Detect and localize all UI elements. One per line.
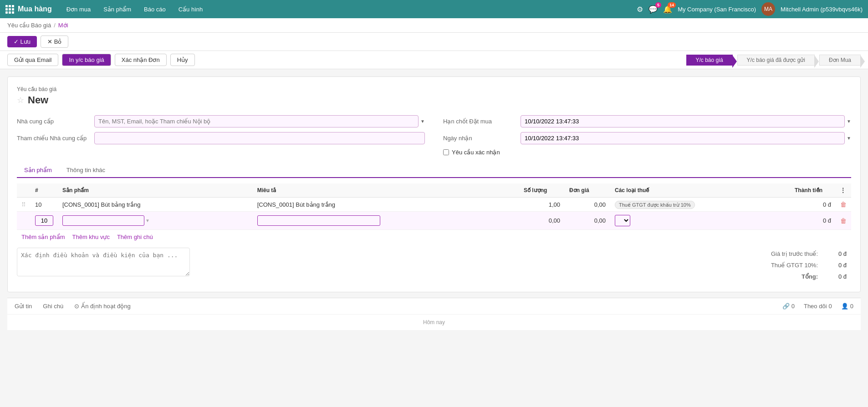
new-row-seq[interactable] xyxy=(31,212,58,230)
new-row-handle xyxy=(17,212,31,230)
app-brand[interactable]: Mua hàng xyxy=(5,5,52,14)
new-seq-input[interactable] xyxy=(35,215,53,226)
user-avatar[interactable]: MA xyxy=(761,2,775,16)
today-label: Hôm nay xyxy=(423,319,445,326)
company-name[interactable]: My Company (San Francisco) xyxy=(678,6,756,13)
cancel-button[interactable]: Hủy xyxy=(170,54,195,66)
ref-label: Tham chiếu Nhà cung cấp xyxy=(17,135,94,142)
chatter-right: 🔗 0 Theo dõi 0 👤 0 xyxy=(782,303,853,310)
step-yc-bao-gia[interactable]: Y/c báo giá xyxy=(686,55,733,66)
col-handle xyxy=(17,183,31,198)
add-note-link[interactable]: Thêm ghi chú xyxy=(117,234,153,240)
row-delete[interactable]: 🗑 xyxy=(836,198,851,212)
delete-icon: 🗑 xyxy=(840,201,847,208)
row-qty: 1,00 xyxy=(519,198,565,212)
user-name[interactable]: Mitchell Admin (p539vbqvs46k) xyxy=(781,6,863,13)
breadcrumb: Yêu cầu Báo giá / Mới xyxy=(0,18,868,33)
confirm-checkbox[interactable] xyxy=(443,149,449,155)
tab-products[interactable]: Sản phẩm xyxy=(17,163,59,178)
step-yc-bao-gia-gui[interactable]: Y/c báo giá đã được gửi xyxy=(737,55,815,66)
row-product[interactable]: [CONS_0001] Bút bảng trắng xyxy=(58,198,253,212)
new-row-total: 0 đ xyxy=(790,212,836,230)
form-title: New xyxy=(28,94,48,106)
chat-icon[interactable]: 💬 5 xyxy=(648,5,658,14)
nav-bao-cao[interactable]: Báo cáo xyxy=(138,3,171,15)
summary-section: Giá trị trước thuế: 0 đ Thuế GTGT 10%: 0… xyxy=(724,248,851,283)
row-tax: Thuế GTGT được khấu trừ 10% xyxy=(610,198,790,212)
new-tax-select[interactable] xyxy=(615,215,630,226)
new-row-desc[interactable] xyxy=(253,212,519,230)
breadcrumb-parent[interactable]: Yêu cầu Báo giá xyxy=(7,22,51,29)
breadcrumb-sep: / xyxy=(54,22,56,29)
row-desc: [CONS_0001] Bút bảng trắng xyxy=(253,198,519,212)
tab-other[interactable]: Thông tin khác xyxy=(59,163,112,178)
chatter-bar: Gửi tin Ghi chú ⊙ Ấn định hoạt động 🔗 0 … xyxy=(7,298,861,314)
send-message-btn[interactable]: Gửi tin xyxy=(15,303,32,310)
summary-total-row: Tổng: 0 đ xyxy=(725,271,850,282)
print-button[interactable]: In y/c báo giá xyxy=(62,54,111,66)
followers-icon: 👤 xyxy=(841,303,848,310)
add-section-link[interactable]: Thêm khu vực xyxy=(72,234,109,240)
discard-button[interactable]: ✕ Bỏ xyxy=(41,36,68,48)
confirm-button[interactable]: Xác nhận Đơn xyxy=(115,54,167,66)
new-desc-input[interactable] xyxy=(257,215,380,226)
col-desc: Miêu tả xyxy=(253,183,519,198)
chain-stat: 🔗 0 xyxy=(782,303,795,310)
tabs: Sản phẩm Thông tin khác xyxy=(17,163,851,178)
new-row-price: 0,00 xyxy=(565,212,610,230)
form-left: Nhà cung cấp ▼ Tham chiếu Nhà cung cấp xyxy=(17,115,425,156)
new-row-tax[interactable] xyxy=(610,212,790,230)
pretax-label: Giá trị trước thuế: xyxy=(725,249,822,259)
deadline-dropdown-icon: ▼ xyxy=(847,119,851,124)
follow-stat[interactable]: Theo dõi 0 xyxy=(804,303,832,310)
add-note-btn[interactable]: Ghi chú xyxy=(43,303,63,310)
nav-menu: Đơn mua Sản phẩm Báo cáo Cấu hình xyxy=(61,3,637,15)
col-price: Đơn giá xyxy=(565,183,610,198)
chain-count: 0 xyxy=(791,303,795,310)
row-seq: 10 xyxy=(31,198,58,212)
deadline-label: Hạn chốt Đặt mua xyxy=(443,118,521,125)
navbar: Mua hàng Đơn mua Sản phẩm Báo cáo Cấu hì… xyxy=(0,0,868,18)
step-don-mua[interactable]: Đơn Mua xyxy=(819,55,861,66)
table-body: ⠿ 10 [CONS_0001] Bút bảng trắng [CONS_00… xyxy=(17,198,851,230)
ref-input[interactable] xyxy=(94,132,425,144)
app-name: Mua hàng xyxy=(18,5,52,13)
followers-count: 0 xyxy=(850,303,853,310)
deadline-input[interactable] xyxy=(521,115,845,127)
new-row-qty: 0,00 xyxy=(519,212,565,230)
email-button[interactable]: Gửi qua Email xyxy=(7,54,58,66)
main-content: Yêu cầu báo giá ☆ New Nhà cung cấp ▼ Tha… xyxy=(0,69,868,337)
product-table: # Sản phẩm Miêu tả Số lượng Đơn giá Các … xyxy=(17,183,851,230)
nav-don-mua[interactable]: Đơn mua xyxy=(61,3,97,15)
assign-activity-btn[interactable]: ⊙ Ấn định hoạt động xyxy=(74,303,131,310)
notif-icon[interactable]: 🔔 14 xyxy=(663,5,672,14)
settings-icon[interactable]: ⚙ xyxy=(637,5,643,14)
new-row-delete[interactable]: 🗑 xyxy=(836,212,851,230)
nav-cau-hinh[interactable]: Cấu hình xyxy=(173,3,209,15)
total-label: Tổng: xyxy=(725,271,822,282)
chat-badge: 5 xyxy=(655,2,661,8)
supplier-input[interactable] xyxy=(94,115,419,127)
row-total: 0 đ xyxy=(790,198,836,212)
summary-pretax-row: Giá trị trước thuế: 0 đ xyxy=(725,249,850,259)
new-row-product[interactable]: ▼ xyxy=(58,212,253,230)
new-delete-icon: 🗑 xyxy=(840,217,847,224)
form-title-row: ☆ New xyxy=(17,94,851,106)
followers-stat: 👤 0 xyxy=(841,303,853,310)
add-product-link[interactable]: Thêm sản phẩm xyxy=(21,234,65,240)
favorite-star-icon[interactable]: ☆ xyxy=(17,95,24,105)
col-total: Thành tiền xyxy=(790,183,836,198)
confirm-label: Yêu cầu xác nhận xyxy=(452,149,500,156)
new-product-input[interactable] xyxy=(62,215,144,226)
activity-icon: ⊙ xyxy=(74,303,79,310)
save-button[interactable]: ✓ Lưu xyxy=(7,36,37,47)
col-actions: ⋮ xyxy=(836,183,851,198)
row-drag-handle[interactable]: ⠿ xyxy=(17,198,31,212)
nav-san-pham[interactable]: Sản phẩm xyxy=(98,3,137,15)
receipt-input[interactable] xyxy=(521,132,845,144)
terms-input[interactable] xyxy=(17,248,190,276)
action-bar: ✓ Lưu ✕ Bỏ xyxy=(0,33,868,51)
table-row: ⠿ 10 [CONS_0001] Bút bảng trắng [CONS_00… xyxy=(17,198,851,212)
confirm-checkbox-row: Yêu cầu xác nhận xyxy=(443,149,851,156)
col-seq: # xyxy=(31,183,58,198)
